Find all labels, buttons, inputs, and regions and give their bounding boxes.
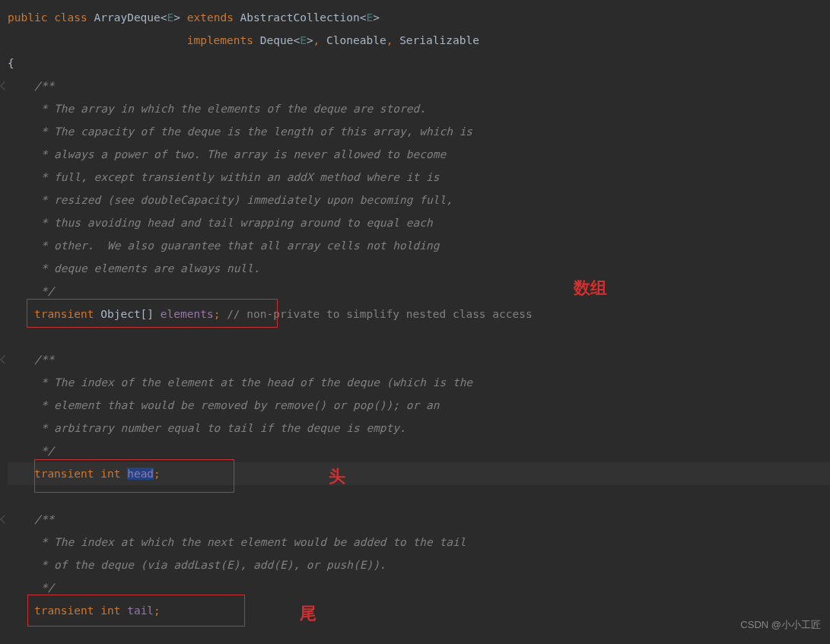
watermark-text: CSDN @小小工匠 [740, 614, 821, 636]
code-line: */ [8, 576, 830, 599]
fold-marker-icon[interactable] [0, 81, 8, 90]
code-line-current: transient int head; [8, 462, 830, 485]
code-line: */ [8, 280, 830, 303]
code-line: * element that would be removed by remov… [8, 394, 830, 417]
selected-text: head [127, 468, 154, 480]
code-line: * other. We also guarantee that all arra… [8, 234, 830, 257]
code-line: { [8, 52, 830, 75]
code-line: * of the deque (via addLast(E), add(E), … [8, 554, 830, 576]
code-line [8, 485, 830, 508]
code-line: * full, except transiently within an add… [8, 166, 830, 189]
code-line: * The capacity of the deque is the lengt… [8, 120, 830, 143]
code-line: */ [8, 439, 830, 462]
code-line: /** [8, 348, 830, 371]
code-line: * arbitrary number equal to tail if the … [8, 417, 830, 439]
annotation-array: 数组 [574, 277, 607, 300]
code-line: /** [8, 75, 830, 97]
fold-marker-icon[interactable] [0, 355, 8, 363]
code-line: * The array in which the elements of the… [8, 97, 830, 120]
code-line: * thus avoiding head and tail wrapping a… [8, 211, 830, 234]
code-line [8, 325, 830, 348]
annotation-head: 头 [329, 465, 345, 488]
code-line: transient int tail; [8, 599, 830, 622]
code-line: * deque elements are always null. [8, 257, 830, 280]
code-line: implements Deque<E>, Cloneable, Serializ… [8, 29, 830, 52]
code-editor[interactable]: public class ArrayDeque<E> extends Abstr… [0, 0, 830, 628]
code-line: public class ArrayDeque<E> extends Abstr… [8, 6, 830, 29]
code-line: transient Object[] elements; // non-priv… [8, 303, 830, 325]
fold-marker-icon[interactable] [0, 515, 8, 523]
code-line: * always a power of two. The array is ne… [8, 143, 830, 166]
code-line: * The index at which the next element wo… [8, 531, 830, 554]
code-line: /** [8, 508, 830, 531]
code-line: * The index of the element at the head o… [8, 371, 830, 394]
annotation-tail: 尾 [300, 602, 316, 625]
code-line: * resized (see doubleCapacity) immediate… [8, 189, 830, 211]
